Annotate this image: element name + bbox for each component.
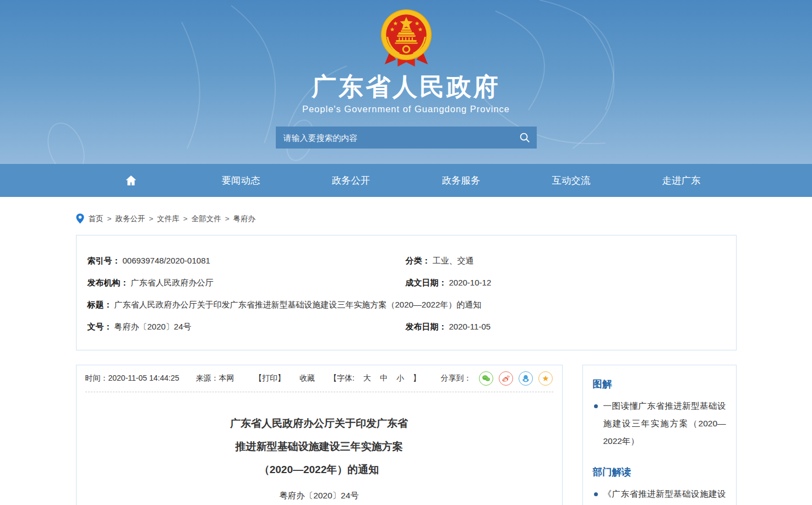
article-title-line1: 广东省人民政府办公厅关于印发广东省	[77, 412, 562, 435]
share-wechat-button[interactable]	[479, 371, 493, 386]
qq-icon	[521, 374, 531, 383]
star-icon	[541, 374, 551, 383]
article-title: 广东省人民政府办公厅关于印发广东省 推进新型基础设施建设三年实施方案 （2020…	[77, 412, 562, 481]
nav-item-news[interactable]: 要闻动态	[186, 164, 296, 197]
font-size-medium[interactable]: 中	[380, 374, 388, 383]
title-label: 标题：	[88, 300, 112, 310]
sidebar-section-interpretation: 部门解读 《广东省推进新型基础设施建设三年实施方案（2020—2022年）》解读	[593, 465, 726, 505]
location-pin-icon	[76, 213, 84, 224]
search-button[interactable]	[513, 127, 537, 149]
sidebar-link-interpretation[interactable]: 《广东省推进新型基础设施建设三年实施方案（2020—2022年）》解读	[593, 485, 726, 505]
breadcrumb-home[interactable]: 首页	[89, 214, 103, 224]
sidebar-heading-interpretation: 部门解读	[593, 465, 726, 479]
sidebar: 图解 一图读懂广东省推进新型基础设施建设三年实施方案（2020—2022年） 部…	[582, 365, 737, 505]
index-label: 索引号：	[88, 256, 121, 266]
category-value: 工业、交通	[433, 256, 474, 266]
article-doc-number: 粤府办〔2020〕24号	[77, 490, 562, 502]
nav-home[interactable]	[76, 164, 186, 197]
nav-item-interaction[interactable]: 互动交流	[516, 164, 626, 197]
breadcrumb-file-library[interactable]: 文件库	[157, 214, 179, 224]
site-title: 广东省人民政府	[0, 70, 812, 103]
bullet-icon	[594, 492, 598, 496]
font-size-large[interactable]: 大	[363, 374, 371, 383]
breadcrumb: 首页 > 政务公开 > 文件库 > 全部文件 > 粤府办	[76, 213, 737, 224]
search-bar	[276, 127, 537, 149]
national-emblem	[379, 7, 433, 69]
article-meta-bar: 时间：2020-11-05 14:44:25 来源：本网 【打印】 收藏 【字体…	[77, 365, 562, 392]
breadcrumb-separator: >	[107, 215, 112, 223]
article-source: 来源：本网	[195, 374, 234, 383]
sidebar-heading-infographic: 图解	[593, 377, 726, 391]
breadcrumb-separator: >	[149, 215, 153, 223]
article-title-line3: （2020—2022年）的通知	[77, 458, 562, 481]
share-weibo-button[interactable]	[499, 371, 513, 386]
doc-no-label: 文号：	[88, 322, 112, 332]
font-size-label-close: 】	[413, 374, 421, 383]
nav-item-gov-openness[interactable]: 政务公开	[296, 164, 406, 197]
breadcrumb-yuefuban[interactable]: 粤府办	[233, 214, 256, 224]
search-input[interactable]	[276, 127, 513, 149]
breadcrumb-gov-openness[interactable]: 政务公开	[115, 214, 145, 224]
wechat-icon	[481, 374, 491, 383]
pub-date-value: 2020-11-05	[449, 322, 491, 331]
article-panel: 时间：2020-11-05 14:44:25 来源：本网 【打印】 收藏 【字体…	[76, 365, 563, 505]
weibo-icon	[501, 374, 511, 383]
share-qzone-button[interactable]	[538, 371, 553, 386]
nav-item-about-guangdong[interactable]: 走进广东	[626, 164, 737, 197]
pub-date-label: 发布日期：	[406, 322, 447, 332]
content-area: 时间：2020-11-05 14:44:25 来源：本网 【打印】 收藏 【字体…	[76, 365, 737, 505]
divider	[85, 392, 553, 392]
agency-label: 发布机构：	[88, 278, 129, 288]
sidebar-link-infographic[interactable]: 一图读懂广东省推进新型基础设施建设三年实施方案（2020—2022年）	[593, 397, 726, 450]
share-qq-button[interactable]	[519, 371, 533, 386]
font-size-control: 【字体: 大 中 小 】	[329, 374, 421, 383]
agency-value: 广东省人民政府办公厅	[131, 278, 214, 288]
doc-no-value: 粤府办〔2020〕24号	[115, 322, 192, 332]
font-size-label-open: 【字体:	[329, 374, 355, 383]
article-time: 时间：2020-11-05 14:44:25	[85, 374, 179, 383]
print-button[interactable]: 【打印】	[254, 374, 285, 383]
main-nav: 要闻动态 政务公开 政务服务 互动交流 走进广东	[0, 164, 812, 197]
meta-middle: 【打印】 收藏 【字体: 大 中 小 】	[254, 374, 421, 383]
written-date-label: 成文日期：	[406, 278, 447, 288]
bullet-icon	[594, 404, 598, 408]
sidebar-section-infographic: 图解 一图读懂广东省推进新型基础设施建设三年实施方案（2020—2022年）	[593, 377, 726, 450]
written-date-value: 2020-10-12	[449, 278, 492, 287]
site-header: 广东省人民政府 People's Government of Guangdong…	[0, 0, 812, 164]
index-value: 006939748/2020-01081	[123, 256, 210, 265]
article-title-line2: 推进新型基础设施建设三年实施方案	[77, 435, 562, 458]
document-info-box: 索引号： 006939748/2020-01081 分类： 工业、交通 发布机构…	[76, 235, 737, 350]
font-size-small[interactable]: 小	[396, 374, 404, 383]
category-label: 分类：	[406, 256, 430, 266]
breadcrumb-all-files[interactable]: 全部文件	[192, 214, 221, 224]
search-icon	[519, 131, 531, 144]
site-subtitle: People's Government of Guangdong Provinc…	[0, 104, 812, 114]
meta-left: 时间：2020-11-05 14:44:25 来源：本网	[85, 374, 235, 383]
share-label: 分享到：	[440, 374, 471, 383]
page: 广东省人民政府 People's Government of Guangdong…	[0, 0, 812, 505]
breadcrumb-separator: >	[183, 215, 188, 223]
breadcrumb-separator: >	[225, 215, 230, 223]
share-group: 分享到：	[440, 371, 553, 386]
favorite-button[interactable]: 收藏	[299, 374, 315, 383]
home-icon	[124, 174, 138, 187]
title-value: 广东省人民政府办公厅关于印发广东省推进新型基础设施建设三年实施方案（2020—2…	[115, 300, 482, 310]
nav-item-gov-services[interactable]: 政务服务	[406, 164, 516, 197]
